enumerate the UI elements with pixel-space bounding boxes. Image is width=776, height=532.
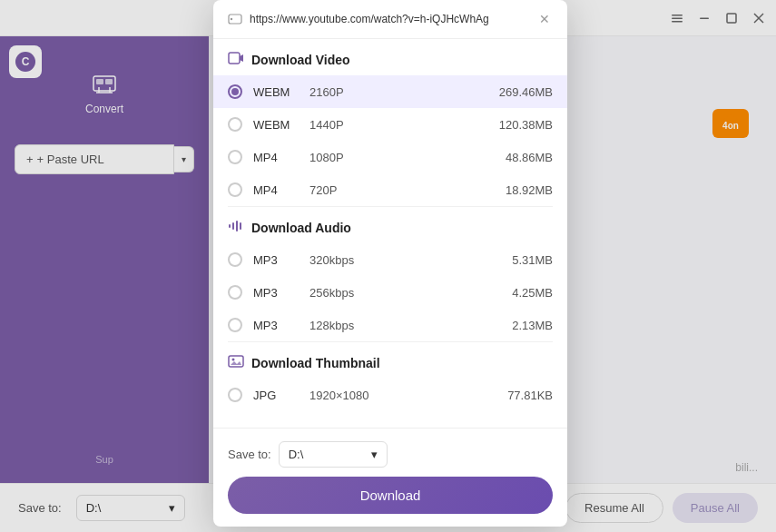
format-size: 77.81KB [507, 389, 553, 402]
modal-close-button[interactable]: ✕ [536, 11, 553, 27]
radio-mp4-1080p[interactable] [228, 150, 242, 164]
format-type: MP3 [253, 253, 299, 267]
format-type: JPG [253, 389, 299, 402]
format-row[interactable]: MP3 256kbps 4.25MB [213, 276, 567, 309]
format-size: 2.13MB [512, 319, 553, 332]
format-type: MP4 [253, 151, 299, 164]
audio-section-title: Download Audio [251, 221, 351, 235]
format-row[interactable]: WEBM 1440P 120.38MB [213, 108, 567, 141]
svg-rect-25 [229, 356, 243, 367]
radio-mp3-320[interactable] [228, 252, 242, 267]
svg-rect-21 [229, 224, 231, 228]
audio-section-header: Download Audio [213, 207, 567, 243]
format-quality: 2160P [309, 85, 488, 99]
format-type: MP3 [253, 319, 299, 332]
format-type: WEBM [253, 85, 299, 99]
video-icon [228, 52, 244, 68]
download-modal: https://www.youtube.com/watch?v=h-iQJHcW… [213, 0, 567, 527]
svg-rect-24 [240, 222, 241, 230]
format-size: 5.31MB [512, 253, 553, 267]
close-icon: ✕ [539, 12, 550, 26]
format-quality: 720P [309, 183, 495, 197]
radio-mp3-256[interactable] [228, 285, 242, 300]
modal-path-select[interactable]: D:\ ▾ [279, 441, 388, 468]
format-row[interactable]: JPG 1920×1080 77.81KB [213, 379, 567, 411]
format-quality: 1920×1080 [309, 389, 496, 402]
format-row[interactable]: MP3 128kbps 2.13MB [213, 309, 567, 341]
svg-rect-20 [229, 53, 240, 64]
format-type: MP4 [253, 183, 299, 197]
radio-mp3-128[interactable] [228, 318, 242, 332]
svg-rect-22 [232, 222, 234, 230]
format-size: 18.92MB [506, 183, 553, 197]
modal-body: Download Video WEBM 2160P 269.46MB WEBM … [213, 39, 567, 428]
format-size: 269.46MB [499, 85, 553, 99]
video-section-header: Download Video [213, 39, 567, 75]
app-window: C Conver [0, 0, 776, 532]
format-row[interactable]: MP4 1080P 48.86MB [213, 141, 567, 173]
format-size: 4.25MB [512, 286, 553, 300]
svg-rect-23 [236, 221, 238, 232]
format-quality: 256kbps [309, 286, 501, 300]
format-row[interactable]: MP4 720P 18.92MB [213, 173, 567, 206]
radio-webm-1440p[interactable] [228, 117, 242, 132]
svg-point-19 [231, 18, 232, 20]
radio-mp4-720p[interactable] [228, 182, 242, 197]
format-quality: 1080P [309, 151, 495, 164]
video-section-title: Download Video [251, 53, 350, 67]
format-type: MP3 [253, 286, 299, 300]
download-button[interactable]: Download [228, 477, 553, 514]
modal-url: https://www.youtube.com/watch?v=h-iQJHcW… [250, 13, 529, 25]
radio-jpg[interactable] [228, 388, 242, 402]
format-quality: 320kbps [309, 253, 501, 267]
radio-webm-2160p[interactable] [228, 84, 242, 99]
format-row[interactable]: MP3 320kbps 5.31MB [213, 243, 567, 276]
modal-path-value: D:\ [289, 448, 304, 461]
thumbnail-section-title: Download Thumbnail [251, 356, 380, 370]
modal-save-label: Save to: [228, 448, 271, 461]
modal-footer: Save to: D:\ ▾ Download [213, 428, 567, 527]
thumbnail-icon [228, 355, 244, 371]
chevron-down-icon: ▾ [371, 448, 378, 461]
modal-header: https://www.youtube.com/watch?v=h-iQJHcW… [213, 0, 567, 39]
svg-point-26 [232, 359, 235, 361]
url-icon [228, 12, 242, 26]
thumbnail-section-header: Download Thumbnail [213, 342, 567, 379]
format-size: 48.86MB [506, 151, 553, 164]
audio-icon [228, 220, 244, 236]
save-to-row: Save to: D:\ ▾ [228, 441, 553, 468]
format-quality: 128kbps [309, 319, 501, 332]
format-row[interactable]: WEBM 2160P 269.46MB [213, 75, 567, 108]
modal-overlay: https://www.youtube.com/watch?v=h-iQJHcW… [0, 0, 776, 532]
format-size: 120.38MB [499, 118, 553, 132]
format-quality: 1440P [309, 118, 488, 132]
format-type: WEBM [253, 118, 299, 132]
